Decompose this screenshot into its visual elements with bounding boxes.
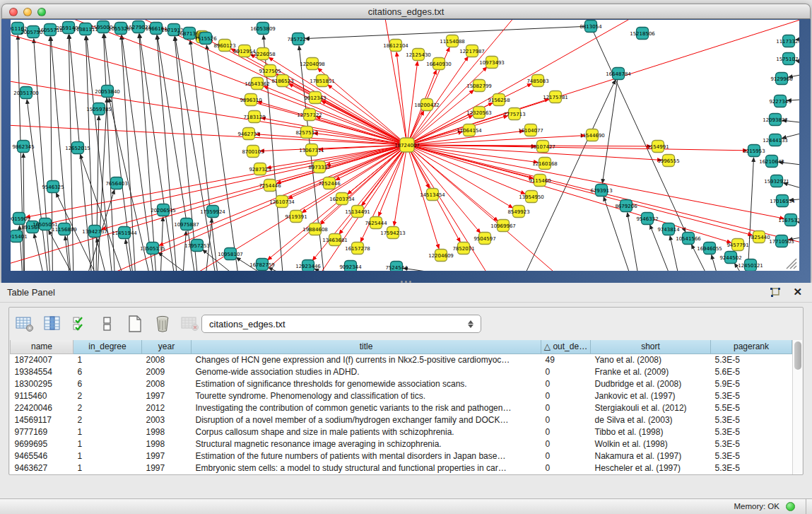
close-panel-icon[interactable]: ✕ bbox=[793, 286, 802, 298]
citing-node[interactable]: 16210643 bbox=[759, 156, 784, 168]
citing-node[interactable]: 6793913 bbox=[590, 185, 612, 197]
column-checklist-icon[interactable] bbox=[70, 314, 90, 334]
cited-node[interactable]: 9504597 bbox=[473, 233, 495, 245]
resize-grip[interactable] bbox=[787, 259, 796, 269]
citing-node[interactable]: 15059785 bbox=[86, 103, 112, 115]
cited-node[interactable]: 7485083 bbox=[526, 75, 548, 87]
cited-node[interactable]: 12175781 bbox=[543, 91, 568, 103]
cited-node[interactable]: 9154991 bbox=[647, 141, 669, 153]
cited-node[interactable]: 16640930 bbox=[426, 58, 452, 70]
citing-node[interactable]: 12450121 bbox=[738, 259, 763, 271]
citing-node[interactable]: 12444133 bbox=[763, 134, 788, 146]
table-row[interactable]: 911546021997Tourette syndrome. Phenomeno… bbox=[11, 390, 792, 402]
cited-node[interactable]: 12125430 bbox=[406, 49, 431, 61]
cited-node[interactable]: 7825440 bbox=[748, 231, 770, 243]
cited-node[interactable]: 16543362 bbox=[245, 78, 270, 90]
citing-node[interactable]: 16946055 bbox=[697, 243, 722, 255]
cited-node[interactable]: 10969967 bbox=[490, 220, 516, 232]
citing-node[interactable]: 16648784 bbox=[606, 68, 631, 80]
cited-node[interactable]: 10973493 bbox=[479, 57, 505, 69]
row-height-icon[interactable] bbox=[98, 314, 117, 334]
delete-table-icon[interactable] bbox=[180, 314, 200, 334]
cited-node[interactable]: 16104077 bbox=[518, 124, 543, 136]
delete-column-icon[interactable] bbox=[153, 314, 172, 334]
cited-node[interactable]: 7625444 bbox=[365, 217, 387, 229]
table-row[interactable]: 946554611997Estimation of the future num… bbox=[11, 450, 792, 462]
cited-node[interactable]: 16157278 bbox=[345, 243, 370, 255]
table-row[interactable]: 2242004622012Investigating the contribut… bbox=[11, 402, 792, 414]
cited-node[interactable]: 18612104 bbox=[383, 40, 408, 52]
cited-node[interactable]: 7775713 bbox=[503, 108, 525, 120]
cited-node[interactable]: 17594213 bbox=[380, 227, 406, 239]
table-row[interactable]: 1938455462009Genome-wide association stu… bbox=[11, 366, 792, 378]
citing-node[interactable]: 11675334 bbox=[778, 214, 799, 226]
cited-node[interactable]: 9119391 bbox=[285, 211, 307, 223]
table-row[interactable]: 1872400712008Changes of HCN gene express… bbox=[11, 354, 792, 366]
cited-node[interactable]: 7183129 bbox=[243, 111, 265, 123]
citing-node[interactable]: 12923446 bbox=[295, 260, 321, 271]
citing-node[interactable]: 11173324 bbox=[776, 35, 799, 47]
cited-node[interactable]: 11154088 bbox=[440, 35, 465, 47]
table-row[interactable]: 977716911998Corpus callosum shape and si… bbox=[11, 426, 792, 438]
citing-node[interactable]: 7857224 bbox=[287, 33, 310, 45]
citing-node[interactable]: 20206535 bbox=[151, 204, 176, 216]
citing-node[interactable]: 10541566 bbox=[676, 233, 701, 245]
citing-node[interactable]: 12652015 bbox=[65, 142, 90, 154]
citing-node[interactable]: 17710503 bbox=[769, 235, 794, 247]
citing-node[interactable]: 9244502 bbox=[719, 252, 741, 264]
cited-node[interactable]: 8700103 bbox=[242, 146, 264, 158]
cited-node[interactable]: 9287325 bbox=[249, 163, 271, 175]
citing-node[interactable]: 12093822 bbox=[763, 114, 788, 126]
table-settings-icon[interactable] bbox=[15, 314, 35, 334]
citing-node[interactable]: 15218506 bbox=[630, 28, 655, 40]
citing-node[interactable]: 15932971 bbox=[764, 175, 789, 187]
citing-node[interactable]: 20351700 bbox=[13, 87, 39, 99]
citing-node[interactable]: 9862345 bbox=[12, 141, 34, 153]
window-titlebar[interactable]: citations_edges.txt bbox=[1, 4, 811, 19]
column-header-in_degree[interactable]: in_degree bbox=[73, 340, 142, 354]
select-columns-icon[interactable] bbox=[42, 314, 62, 334]
column-header-name[interactable]: name bbox=[11, 340, 73, 354]
scrollbar-thumb[interactable] bbox=[794, 341, 801, 370]
cited-node[interactable]: 9457791 bbox=[726, 239, 748, 251]
citing-node[interactable]: 7524544 bbox=[385, 262, 408, 271]
float-panel-icon[interactable] bbox=[770, 287, 781, 298]
cited-node[interactable]: 11064154 bbox=[457, 124, 482, 136]
cited-node[interactable]: 15082799 bbox=[466, 80, 492, 92]
column-header-out_de[interactable]: △ out_de… bbox=[541, 340, 591, 354]
citing-node[interactable]: 8215953 bbox=[743, 145, 765, 157]
cited-node[interactable]: 17851851 bbox=[310, 75, 335, 87]
cited-node[interactable]: 12204609 bbox=[428, 250, 454, 262]
citing-node[interactable]: 9092344 bbox=[339, 261, 362, 271]
column-header-title[interactable]: title bbox=[192, 340, 541, 354]
table-selector-dropdown[interactable]: citations_edges.txt bbox=[201, 315, 481, 333]
citing-node[interactable]: 9743814 bbox=[657, 223, 680, 235]
citing-node[interactable]: 17957253 bbox=[184, 240, 210, 252]
citing-node[interactable]: 8813054 bbox=[579, 21, 602, 33]
cited-node[interactable]: 12204098 bbox=[300, 58, 325, 70]
table-row[interactable]: 1830029562008Estimation of significance … bbox=[11, 378, 792, 390]
cited-node[interactable]: 13954950 bbox=[519, 191, 544, 203]
citing-node[interactable]: 17016534 bbox=[770, 195, 795, 207]
citing-node[interactable]: 16053809 bbox=[250, 23, 276, 35]
cited-node[interactable]: 12757122 bbox=[297, 109, 322, 121]
table-row[interactable]: 946362711997Embryonic stem cells: a mode… bbox=[11, 462, 792, 474]
column-header-short[interactable]: short bbox=[591, 340, 711, 354]
cited-node[interactable]: 18200432 bbox=[414, 99, 440, 111]
citing-node[interactable]: 9129966 bbox=[770, 73, 793, 85]
citing-node[interactable]: 9546332 bbox=[636, 213, 658, 225]
cited-node[interactable]: 19884608 bbox=[302, 223, 328, 235]
cited-node[interactable]: 12160168 bbox=[532, 158, 558, 170]
citing-node[interactable]: 9546325 bbox=[42, 181, 64, 193]
column-header-pagerank[interactable]: pagerank bbox=[711, 340, 792, 354]
citing-node[interactable]: 3915401 bbox=[11, 230, 28, 243]
table-row[interactable]: 969969511998Structural magnetic resonanc… bbox=[11, 438, 792, 450]
create-column-icon[interactable] bbox=[125, 314, 145, 334]
cited-node[interactable]: 11544690 bbox=[579, 129, 605, 141]
network-canvas[interactable]: 1872400779638228960123891295413226058932… bbox=[11, 20, 799, 271]
table-scrollbar[interactable] bbox=[792, 340, 802, 474]
cited-node[interactable]: 7852031 bbox=[452, 243, 474, 255]
cited-node[interactable]: 7254446 bbox=[259, 180, 281, 192]
cited-node[interactable]: 9996555 bbox=[657, 155, 679, 167]
cited-node[interactable]: 13067311 bbox=[299, 144, 324, 156]
